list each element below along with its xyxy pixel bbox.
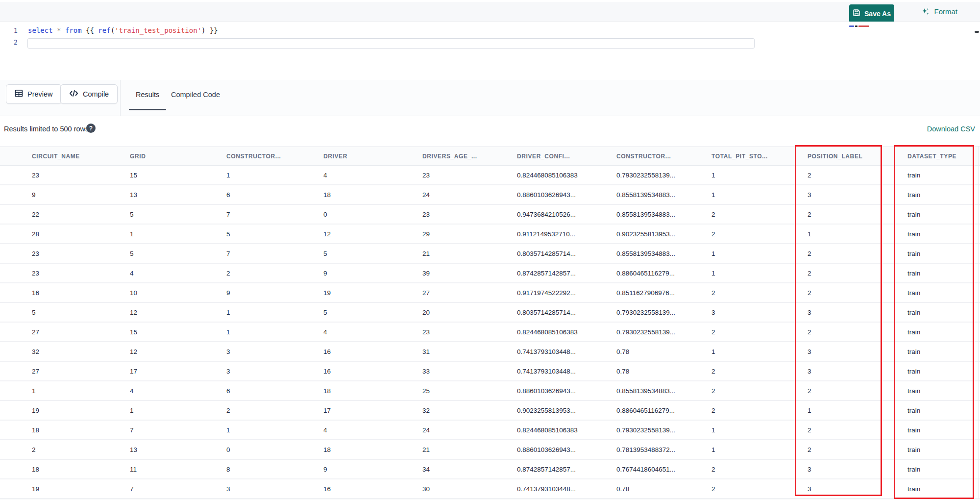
table-cell: 0.7930232558139... [616,328,711,336]
table-row: 23575210.8035714285714...0.8558139534883… [0,244,980,264]
row-limit-text: Results limited to 500 rows. [4,125,91,133]
table-cell: 32 [32,348,130,355]
table-cell: 0.7813953488372... [616,446,711,453]
format-button[interactable]: Format [921,7,957,16]
table-cell: 0.7674418604651... [616,466,711,473]
table-cell: 25 [422,387,517,395]
column-header: DRIVER_CONFI... [517,153,616,160]
table-row: 51215200.8035714285714...0.7930232558139… [0,303,980,323]
table-cell: train [907,289,980,297]
table-cell: 2 [32,446,130,453]
results-toolbar: Preview Compile Results Compiled Code [0,80,980,116]
column-header: DRIVERS_AGE_... [422,153,517,160]
compile-button[interactable]: Compile [60,84,118,104]
table-cell: 18 [32,466,130,473]
table-cell: 1 [226,172,323,179]
table-cell: train [907,250,980,257]
table-cell: 23 [422,172,517,179]
table-cell: 18 [32,426,130,434]
line-number-2: 2 [0,38,18,49]
table-cell: train [907,328,980,336]
table-cell: 13 [130,191,226,199]
column-header: CIRCUIT_NAME [32,153,130,160]
table-cell: 17 [130,368,226,375]
table-cell: 2 [808,211,907,218]
code-brackets-icon [69,90,78,99]
table-cell: 27 [32,328,130,336]
active-tab-indicator [129,109,166,110]
save-as-button[interactable]: Save As [849,4,894,23]
table-cell: 1 [130,407,226,414]
table-cell: 0.8558139534883... [616,250,711,257]
save-as-label: Save As [864,10,891,18]
line-number-1: 1 [0,26,18,37]
table-cell: 1 [711,426,808,434]
tab-compiled-code[interactable]: Compiled Code [167,80,224,109]
table-cell: 9 [323,466,422,473]
table-cell: 16 [323,348,422,355]
table-cell: 0.9023255813953... [616,230,711,238]
table-cell: 0.7413793103448... [517,485,616,493]
table-cell: 0.78 [616,368,711,375]
table-cell: 2 [711,230,808,238]
code-line-2-text [18,38,28,49]
table-cell: 15 [130,172,226,179]
table-row: 913618240.8860103626943...0.855813953488… [0,185,980,205]
table-cell: 2 [808,446,907,453]
column-header: DRIVER [323,153,422,160]
editor-minimap[interactable] [849,25,872,27]
table-cell: 3 [808,368,907,375]
table-cell: 19 [323,289,422,297]
table-body: 231514230.8244680851063830.7930232558139… [0,166,980,499]
top-toolbar: Format Save As [0,2,980,22]
table-cell: 0.9473684210526... [517,211,616,218]
table-header-row: CIRCUIT_NAMEGRIDCONSTRUCTOR...DRIVERDRIV… [0,146,980,166]
results-info-bar: Results limited to 500 rows. ? Download … [0,116,980,146]
sql-code-editor[interactable]: 1 select * from {{ ref('train_test_posit… [0,22,980,80]
table-cell: 2 [711,328,808,336]
preview-button[interactable]: Preview [6,84,62,104]
format-label: Format [934,7,957,16]
table-cell: 18 [323,191,422,199]
column-header: CONSTRUCTOR... [616,153,711,160]
table-cell: 24 [422,426,517,434]
table-cell: train [907,387,980,395]
table-cell: train [907,466,980,473]
table-cell: 1 [711,270,808,277]
table-cell: 12 [323,230,422,238]
table-cell: 19 [32,407,130,414]
code-line-1[interactable]: 1 select * from {{ ref('train_test_posit… [0,26,980,37]
table-cell: 1 [711,250,808,257]
table-cell: train [907,348,980,355]
table-cell: train [907,270,980,277]
table-cell: 15 [130,328,226,336]
table-cell: 3 [808,191,907,199]
table-cell: 0.8860103626943... [517,191,616,199]
table-cell: 24 [422,191,517,199]
table-cell: 0.8742857142857... [517,466,616,473]
table-cell: 2 [808,328,907,336]
table-cell: 0.9023255813953... [517,407,616,414]
table-cell: 5 [130,250,226,257]
table-cell: 3 [808,466,907,473]
tab-results[interactable]: Results [129,80,166,109]
table-cell: 2 [808,387,907,395]
table-cell: 3 [808,309,907,316]
editor-scrollbar-handle[interactable] [975,31,979,33]
table-cell: 16 [32,289,130,297]
table-row: 2717316330.7413793103448...0.7823train [0,362,980,381]
table-cell: 18 [323,446,422,453]
help-icon[interactable]: ? [86,124,96,133]
table-cell: 23 [422,211,517,218]
table-cell: 2 [711,211,808,218]
table-cell: 5 [226,230,323,238]
table-cell: train [907,426,980,434]
table-cell: 21 [422,446,517,453]
preview-label: Preview [27,90,53,98]
table-cell: 7 [226,211,323,218]
table-cell: 0.7930232558139... [616,172,711,179]
download-csv-link[interactable]: Download CSV [927,125,975,133]
table-cell: 27 [32,368,130,375]
table-cell: 2 [226,270,323,277]
table-cell: 31 [422,348,517,355]
